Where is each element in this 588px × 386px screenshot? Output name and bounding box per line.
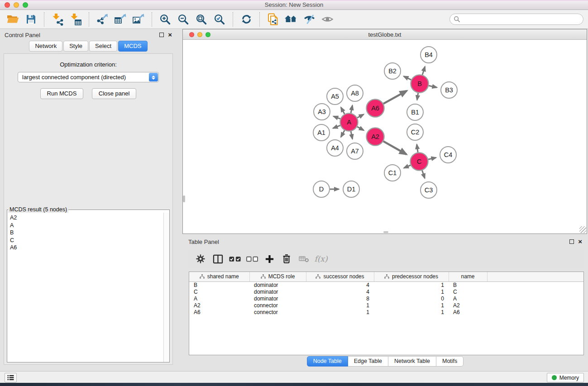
network-canvas[interactable]: B4B2BB3A8A5A6A3B1AA1C2A2A4A7C4CC1DD1C3	[183, 40, 587, 234]
table-row[interactable]: Adominator80A	[189, 295, 583, 302]
edge-A-A3[interactable]	[334, 116, 340, 119]
cell-mcds-role[interactable]: connector	[249, 309, 306, 316]
column-header-shared-name[interactable]: shared name	[189, 272, 249, 281]
cell-successor-nodes[interactable]: 4	[306, 289, 374, 295]
table-row[interactable]: Bdominator41B	[189, 281, 583, 289]
cell-mcds-role[interactable]: connector	[249, 302, 306, 309]
graph-node-B1[interactable]: B1	[407, 104, 423, 120]
cell-successor-nodes[interactable]: 1	[306, 302, 374, 309]
delete-column-button[interactable]	[278, 251, 295, 267]
close-panel-icon[interactable]: ×	[168, 33, 172, 37]
float-panel-icon[interactable]	[159, 33, 164, 37]
new-session-button[interactable]	[264, 11, 282, 28]
cell-predecessor-nodes[interactable]: 1	[374, 302, 449, 309]
cell-shared-name[interactable]: A2	[189, 302, 249, 309]
cell-shared-name[interactable]: B	[189, 281, 249, 289]
graph-node-A5[interactable]: A5	[327, 88, 343, 105]
graph-node-C4[interactable]: C4	[440, 147, 456, 163]
export-network-button[interactable]	[93, 11, 111, 28]
zoom-out-button[interactable]	[174, 11, 192, 28]
apply-layout-button[interactable]	[237, 11, 255, 28]
edge-A-A2[interactable]	[357, 127, 364, 130]
delete-table-button[interactable]	[295, 251, 312, 267]
graph-node-A3[interactable]: A3	[314, 104, 330, 120]
function-builder-button[interactable]: f(x)	[312, 251, 330, 267]
edge-B-B2[interactable]	[404, 76, 411, 80]
run-mcds-button[interactable]: Run MCDS	[40, 88, 84, 99]
tab-motifs[interactable]: Motifs	[436, 356, 464, 367]
task-history-button[interactable]	[5, 373, 17, 382]
edge-C-C1[interactable]	[404, 165, 411, 168]
graph-node-B3[interactable]: B3	[441, 82, 457, 98]
cell-successor-nodes[interactable]: 4	[306, 281, 374, 289]
hide-selected-button[interactable]	[300, 11, 318, 28]
graph-node-C3[interactable]: C3	[421, 182, 437, 198]
mcds-result-item[interactable]: B	[10, 229, 160, 237]
tab-network[interactable]: Network	[29, 41, 62, 52]
import-network-button[interactable]	[48, 11, 67, 28]
graph-node-A8[interactable]: A8	[347, 85, 363, 101]
edge-B-B4[interactable]	[422, 67, 425, 75]
edge-B-B3[interactable]	[429, 86, 437, 87]
column-header-name[interactable]: name	[449, 272, 487, 281]
network-window-titlebar[interactable]: testGlobe.txt	[183, 29, 587, 40]
criterion-select[interactable]: largest connected component (directed)	[18, 72, 159, 82]
graph-node-A2[interactable]: A2	[367, 128, 384, 146]
cell-shared-name[interactable]: A	[189, 295, 249, 302]
home-button[interactable]	[282, 11, 300, 28]
memory-button[interactable]: Memory	[547, 373, 584, 382]
cell-name[interactable]: B	[449, 281, 487, 289]
float-table-panel-icon[interactable]	[569, 239, 574, 244]
horizontal-scrollbar-thumb[interactable]	[383, 231, 388, 233]
zoom-in-button[interactable]	[156, 11, 174, 28]
cell-successor-nodes[interactable]: 8	[306, 295, 374, 302]
vertical-scrollbar-thumb[interactable]	[183, 195, 185, 202]
edge-C-C3[interactable]	[422, 170, 425, 178]
column-header-mcds-role[interactable]: MCDS role	[249, 272, 306, 281]
tab-edge-table[interactable]: Edge Table	[348, 356, 388, 367]
search-field[interactable]	[449, 14, 583, 25]
cell-shared-name[interactable]: C	[189, 289, 249, 295]
cell-predecessor-nodes[interactable]: 1	[374, 281, 449, 289]
close-panel-button[interactable]: Close panel	[92, 88, 137, 99]
mcds-result-item[interactable]: C	[10, 237, 160, 244]
cell-name[interactable]: A6	[449, 309, 487, 316]
open-session-button[interactable]	[4, 11, 22, 28]
resize-grip[interactable]	[579, 226, 586, 233]
graph-node-A4[interactable]: A4	[327, 140, 343, 156]
export-image-button[interactable]	[129, 11, 148, 28]
graph-node-C2[interactable]: C2	[407, 124, 423, 140]
show-column-panel-button[interactable]	[209, 251, 226, 267]
edge-A2-C[interactable]	[383, 141, 406, 154]
mcds-result-item[interactable]: A	[10, 222, 160, 229]
cell-mcds-role[interactable]: dominator	[249, 289, 306, 295]
mcds-result-item[interactable]: A6	[10, 244, 160, 252]
edge-A-A1[interactable]	[333, 125, 340, 128]
mcds-result-scrollbar[interactable]	[163, 213, 169, 362]
close-table-panel-icon[interactable]: ×	[578, 239, 582, 244]
edge-A-A7[interactable]	[351, 131, 352, 139]
show-all-button[interactable]	[318, 11, 336, 28]
table-row[interactable]: Cdominator41C	[189, 289, 583, 295]
save-session-button[interactable]	[22, 11, 40, 28]
graph-node-B4[interactable]: B4	[421, 47, 437, 63]
graph-node-A6[interactable]: A6	[367, 100, 384, 117]
table-settings-button[interactable]	[192, 251, 209, 267]
edge-C-C4[interactable]	[428, 157, 436, 159]
tab-mcds[interactable]: MCDS	[118, 41, 147, 52]
search-input[interactable]	[460, 16, 583, 23]
mcds-result-item[interactable]: A2	[10, 214, 160, 222]
edge-A-A4[interactable]	[341, 130, 344, 137]
cell-predecessor-nodes[interactable]: 1	[374, 289, 449, 295]
edge-A-A5[interactable]	[341, 107, 344, 114]
graph-node-A1[interactable]: A1	[313, 124, 330, 141]
graph-node-D1[interactable]: D1	[343, 181, 359, 197]
graph-node-C1[interactable]: C1	[384, 165, 401, 181]
graph-node-A[interactable]: A	[340, 114, 358, 131]
cell-mcds-role[interactable]: dominator	[249, 281, 306, 289]
create-column-button[interactable]	[261, 251, 278, 267]
graph-node-A7[interactable]: A7	[347, 143, 363, 159]
edge-C-C2[interactable]	[417, 144, 418, 152]
tab-node-table[interactable]: Node Table	[307, 356, 348, 367]
zoom-fit-button[interactable]	[192, 11, 210, 28]
